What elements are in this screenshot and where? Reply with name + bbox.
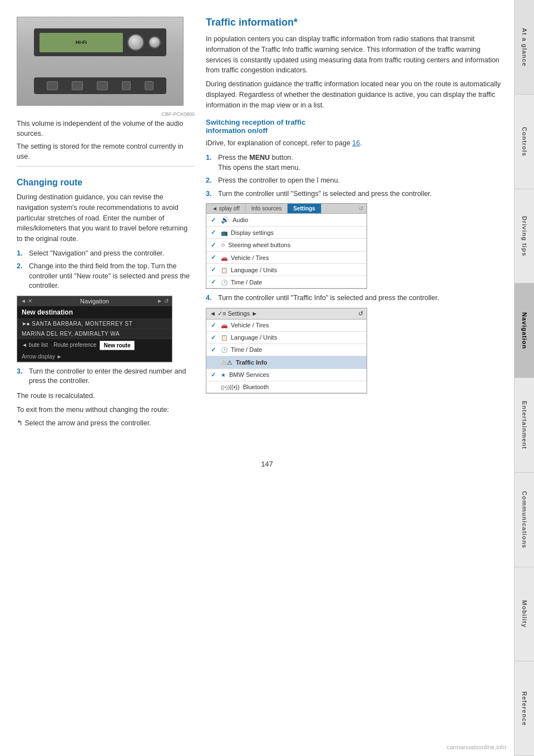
t-check-time: ✓	[211, 346, 217, 354]
bottom-logo: carmanualsonline.info	[447, 744, 506, 750]
settings-header-icon: ↺	[358, 310, 363, 317]
language-icon	[221, 267, 228, 273]
car-btn-4	[122, 81, 131, 90]
switch-step-1: 1. Press the MENU button.This opens the …	[206, 153, 503, 173]
switching-intro: iDrive, for explanation of concept, refe…	[206, 138, 503, 149]
language-label: Language / Units	[231, 267, 277, 273]
switch-step-2: 2. Press the controller to open the ĭ me…	[206, 176, 503, 186]
traffic-item-bluetooth: ((•)) Bluetooth	[206, 381, 367, 393]
settings-screen-2-header: ◄ ✓≡ Settings ► ↺	[206, 308, 367, 320]
traffic-info-heading: Traffic information*	[206, 17, 503, 28]
changing-route-body: During destination guidance, you can rev…	[17, 192, 195, 244]
steering-icon	[221, 241, 225, 249]
t-traffic-icon: ⚠	[221, 359, 233, 366]
switch-step-1-num: 1.	[206, 153, 215, 173]
tab-driving-tips[interactable]: Driving tips	[514, 189, 534, 284]
switching-heading: Switching reception of trafficinformatio…	[206, 118, 503, 135]
audio-label: Audio	[233, 217, 248, 223]
t-language-icon	[221, 334, 228, 341]
switch-step-2-num: 2.	[206, 176, 215, 186]
switch-step-2-text: Press the controller to open the ĭ menu.	[218, 176, 503, 186]
display-icon	[221, 229, 228, 236]
step-1-num: 1.	[17, 249, 26, 259]
traffic-item-traffic-info[interactable]: ⚠ Traffic Info	[206, 356, 367, 369]
tab-at-a-glance[interactable]: At a glance	[514, 0, 534, 95]
exit-text: To exit from the menu without changing t…	[17, 405, 195, 415]
time-icon	[221, 279, 228, 286]
step-1-text: Select "Navigation" and press the contro…	[29, 249, 195, 259]
nav-arrow-left: ◄ ✕	[21, 298, 32, 304]
t-traffic-label: Traffic Info	[236, 359, 267, 366]
switch-step-4-text: Turn the controller until "Traffic Info"…	[218, 293, 503, 303]
main-content: HI-FI CBF-PCK0800 This volume is indepen…	[0, 0, 514, 449]
car-image-bg: HI-FI	[17, 17, 183, 105]
settings-tab-settings[interactable]: Settings	[288, 204, 321, 213]
audio-icon	[221, 216, 229, 224]
switching-step4-list: 4. Turn the controller until "Traffic In…	[206, 293, 503, 303]
switch-step-3-num: 3.	[206, 189, 215, 199]
vehicle-label: Vehicle / Tires	[231, 254, 269, 261]
right-column: Traffic information* In population cente…	[206, 17, 503, 432]
switch-step-4-num: 4.	[206, 293, 215, 303]
car-display-simulation: HI-FI	[34, 28, 166, 56]
step-1: 1. Select "Navigation" and press the con…	[17, 249, 195, 259]
check-language: ✓	[211, 266, 217, 273]
nav-screen-header: ◄ ✕ Navigation ► ↺	[17, 296, 172, 306]
changing-route-heading: Changing route	[17, 178, 195, 188]
steering-label: Steering wheel buttons	[228, 242, 290, 248]
t-check-language: ✓	[211, 334, 217, 341]
switch-step-3: 3. Turn the controller until "Settings" …	[206, 189, 503, 199]
nav-new-destination: New destination	[17, 306, 172, 319]
switch-step-3-text: Turn the controller until "Settings" is …	[218, 189, 503, 199]
settings-header-left: ◄ ✓≡ Settings ►	[210, 310, 258, 317]
settings-screen-1: ◄ splay off Info sources Settings ↺ ✓ Au…	[206, 203, 367, 289]
image-ref-note: CBF-PCK0800	[17, 111, 195, 117]
switch-step-4: 4. Turn the controller until "Traffic In…	[206, 293, 503, 303]
settings-screen-2: ◄ ✓≡ Settings ► ↺ ✓ Vehicle / Tires ✓ La…	[206, 308, 367, 394]
step-2: 2. Change into the third field from the …	[17, 262, 195, 291]
check-time: ✓	[211, 278, 217, 286]
image-caption-1: This volume is independent of the volume…	[17, 119, 195, 139]
exit-icon-text: ↰ Select the arrow and press the control…	[17, 418, 195, 429]
tab-controls[interactable]: Controls	[514, 95, 534, 189]
nav-route-2: MARINA DEL REY, ADMIRALTY WA	[17, 329, 172, 339]
traffic-body-2: During destination guidance the traffic …	[206, 79, 503, 110]
nav-arrow-right: ► ↺	[157, 298, 169, 304]
settings-tab-info-sources[interactable]: Info sources	[246, 204, 288, 213]
tab-entertainment[interactable]: Entertainment	[514, 378, 534, 473]
tab-reference[interactable]: Reference	[514, 661, 534, 756]
settings-tab-display-off[interactable]: ◄ splay off	[206, 204, 246, 213]
tab-communications[interactable]: Communications	[514, 473, 534, 567]
nav-tab-new-route: New route	[100, 341, 134, 350]
car-btn-5	[145, 81, 154, 90]
time-label: Time / Date	[231, 279, 262, 286]
t-bluetooth-icon: ((•))	[221, 384, 240, 390]
tab-navigation[interactable]: Navigation	[514, 283, 534, 378]
step-3-num: 3.	[17, 367, 26, 386]
image-caption-2: The setting is stored for the remote con…	[17, 142, 195, 161]
t-time-icon	[221, 346, 228, 353]
lcd-screen: HI-FI	[39, 33, 123, 52]
tab-mobility[interactable]: Mobility	[514, 567, 534, 662]
page-16-link[interactable]: 16	[352, 139, 360, 147]
switching-steps: 1. Press the MENU button.This opens the …	[206, 153, 503, 199]
check-vehicle: ✓	[211, 254, 217, 261]
settings-item-audio: ✓ Audio	[206, 214, 367, 227]
left-column: HI-FI CBF-PCK0800 This volume is indepen…	[17, 17, 195, 432]
traffic-item-time: ✓ Time / Date	[206, 344, 367, 356]
nav-tab-route: Route preference	[51, 341, 98, 350]
step-3-text: Turn the controller to enter the desired…	[29, 367, 195, 386]
t-time-label: Time / Date	[231, 346, 262, 353]
t-check-vehicle: ✓	[211, 322, 217, 329]
settings-item-steering: ✓ Steering wheel buttons	[206, 239, 367, 252]
step-3: 3. Turn the controller to enter the desi…	[17, 367, 195, 386]
side-tabs: At a glance Controls Driving tips Naviga…	[514, 0, 534, 756]
car-btn-1	[47, 81, 58, 90]
volume-knob	[127, 34, 144, 51]
control-knob	[149, 36, 161, 48]
nav-route-1: ➤● SANTA BARBARA, MONTERREY ST	[17, 319, 172, 329]
divider-1	[17, 166, 195, 166]
settings-item-vehicle: ✓ Vehicle / Tires	[206, 252, 367, 264]
settings-item-display: ✓ Display settings	[206, 227, 367, 239]
step-2-num: 2.	[17, 262, 26, 291]
